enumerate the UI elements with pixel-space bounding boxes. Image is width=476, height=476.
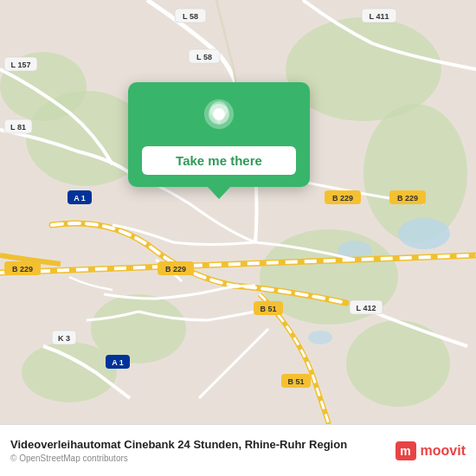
svg-text:B 51: B 51 — [287, 377, 304, 386]
location-title: Videoverleihautomat Cinebank 24 Stunden,… — [10, 438, 387, 453]
svg-text:B 229: B 229 — [12, 265, 33, 273]
location-popup: Take me there — [128, 82, 310, 187]
moovit-logo: m moovit — [396, 441, 466, 460]
svg-text:L 157: L 157 — [11, 61, 31, 69]
svg-text:B 229: B 229 — [332, 194, 353, 203]
svg-point-10 — [308, 331, 332, 344]
svg-point-7 — [22, 342, 117, 402]
svg-text:B 51: B 51 — [260, 305, 276, 313]
take-me-there-button[interactable]: Take me there — [142, 146, 296, 175]
svg-text:L 58: L 58 — [183, 12, 198, 21]
svg-text:L 81: L 81 — [10, 123, 26, 132]
svg-text:K 3: K 3 — [58, 334, 70, 343]
svg-text:L 412: L 412 — [357, 304, 376, 312]
map-svg: L 58 L 411 L 157 L 58 L 81 A 1 B 229 B 2… — [0, 0, 476, 424]
svg-text:L 58: L 58 — [196, 53, 212, 61]
map-view: L 58 L 411 L 157 L 58 L 81 A 1 B 229 B 2… — [0, 0, 476, 424]
svg-point-8 — [398, 218, 450, 249]
copyright-text: © OpenStreetMap contributors — [10, 453, 387, 463]
svg-text:A 1: A 1 — [74, 194, 86, 203]
svg-text:B 229: B 229 — [165, 265, 186, 273]
svg-text:A 1: A 1 — [112, 358, 124, 367]
location-pin-icon — [198, 98, 240, 139]
svg-text:L 411: L 411 — [370, 12, 389, 21]
svg-text:B 229: B 229 — [397, 194, 418, 203]
location-info: Videoverleihautomat Cinebank 24 Stunden,… — [10, 438, 387, 463]
bottom-bar: Videoverleihautomat Cinebank 24 Stunden,… — [0, 424, 476, 476]
moovit-m-icon: m — [396, 441, 416, 460]
moovit-label: moovit — [421, 443, 466, 459]
